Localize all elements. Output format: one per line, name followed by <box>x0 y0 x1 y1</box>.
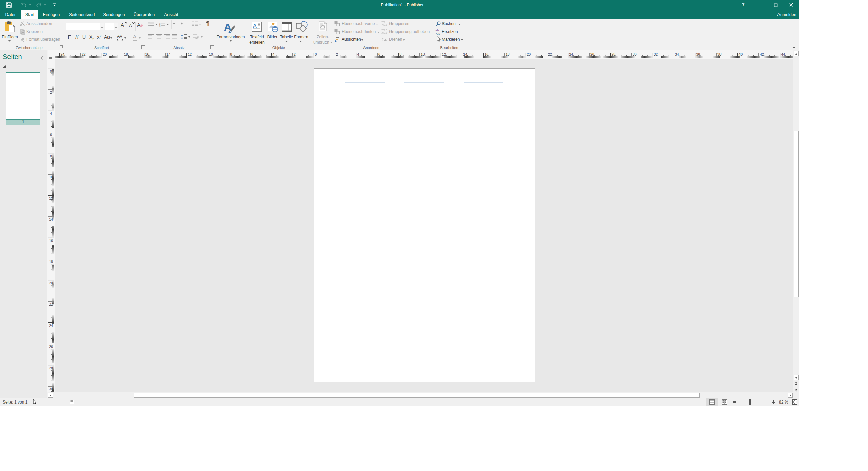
svg-text:38: 38 <box>717 52 722 56</box>
svg-text:2: 2 <box>294 52 296 56</box>
svg-text:4: 4 <box>357 52 359 56</box>
svg-text:44: 44 <box>781 52 785 56</box>
svg-text:2: 2 <box>336 52 338 56</box>
svg-text:14: 14 <box>463 52 467 56</box>
svg-text:6: 6 <box>251 52 253 56</box>
svg-text:4: 4 <box>50 112 52 116</box>
svg-text:0: 0 <box>315 52 317 56</box>
svg-text:22: 22 <box>548 52 552 56</box>
svg-text:8: 8 <box>230 52 232 56</box>
svg-text:0: 0 <box>50 69 52 73</box>
svg-text:6: 6 <box>378 52 380 56</box>
svg-text:12: 12 <box>188 52 192 56</box>
svg-text:12: 12 <box>442 52 446 56</box>
svg-text:8: 8 <box>50 154 52 158</box>
svg-text:2: 2 <box>50 90 52 94</box>
svg-text:22: 22 <box>82 52 86 56</box>
svg-text:36: 36 <box>696 52 701 56</box>
svg-text:16: 16 <box>485 52 489 56</box>
svg-text:ac: ac <box>437 32 440 35</box>
svg-text:10: 10 <box>209 52 213 56</box>
svg-text:4: 4 <box>273 52 275 56</box>
svg-text:26: 26 <box>590 52 594 56</box>
svg-text:42: 42 <box>760 52 764 56</box>
svg-text:18: 18 <box>124 52 128 56</box>
svg-text:20: 20 <box>103 52 107 56</box>
svg-text:3: 3 <box>159 25 161 27</box>
svg-text:16: 16 <box>145 52 150 56</box>
svg-text:20: 20 <box>527 52 531 56</box>
svg-text:18: 18 <box>506 52 510 56</box>
svg-text:6: 6 <box>50 133 52 137</box>
svg-text:14: 14 <box>166 52 171 56</box>
svg-text:A: A <box>253 23 257 29</box>
svg-text:40: 40 <box>739 52 743 56</box>
svg-text:28: 28 <box>612 52 616 56</box>
svg-text:32: 32 <box>654 52 658 56</box>
svg-text:30: 30 <box>633 52 637 56</box>
svg-text:24: 24 <box>569 52 573 56</box>
svg-text:34: 34 <box>675 52 679 56</box>
svg-text:24: 24 <box>61 52 65 56</box>
svg-text:10: 10 <box>421 52 425 56</box>
svg-text:8: 8 <box>400 52 402 56</box>
